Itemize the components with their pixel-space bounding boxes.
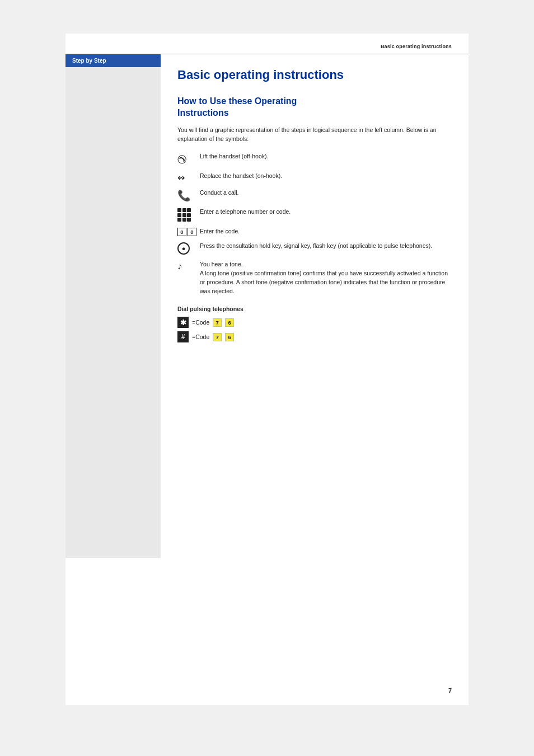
symbol-row-code: 0 0 Enter the code.	[177, 227, 452, 236]
tone-desc: You hear a tone. A long tone (positive c…	[200, 260, 452, 295]
dial-hash-eq: =Code	[192, 334, 209, 340]
dial-star-eq: =Code	[192, 319, 209, 326]
right-column: Basic operating instructions How to Use …	[161, 54, 469, 558]
code-box-2: 0	[188, 228, 196, 236]
header-title: Basic operating instructions	[381, 44, 452, 49]
dial-row-hash: # =Code 7 6	[177, 331, 452, 342]
code-desc: Enter the code.	[200, 227, 452, 236]
keypad-icon	[177, 208, 191, 222]
dial-star-n2: 6	[225, 318, 234, 327]
offhook-icon-cell: ✆	[177, 152, 200, 166]
dial-row-star: ✱ =Code 7 6	[177, 317, 452, 328]
call-icon: 📞	[177, 189, 191, 202]
call-icon-cell: 📞	[177, 189, 200, 202]
dial-pulsing-title: Dial pulsing telephones	[177, 306, 452, 312]
dial-hash-n2: 6	[225, 333, 234, 341]
hold-desc: Press the consultation hold key, signal …	[200, 242, 452, 251]
onhook-icon: ↭	[177, 172, 185, 183]
star-icon: ✱	[177, 317, 189, 328]
hash-icon: #	[177, 331, 189, 342]
keypad-desc: Enter a telephone number or code.	[200, 208, 452, 217]
symbol-row-offhook: ✆ Lift the handset (off-hook).	[177, 152, 452, 166]
symbol-row-call: 📞 Conduct a call.	[177, 189, 452, 202]
left-column: Step by Step	[65, 54, 161, 558]
onhook-desc: Replace the handset (on-hook).	[200, 172, 452, 181]
section-title: How to Use these Operating Instructions	[177, 96, 452, 119]
call-desc: Conduct a call.	[200, 189, 452, 198]
offhook-desc: Lift the handset (off-hook).	[200, 152, 452, 161]
dial-hash-n1: 7	[213, 333, 222, 341]
hold-icon-cell: ●	[177, 242, 200, 255]
offhook-icon: ✆	[175, 152, 190, 168]
page: Basic operating instructions Step by Ste…	[65, 34, 469, 705]
page-header: Basic operating instructions	[65, 34, 469, 54]
tone-icon-cell: ♪	[177, 260, 200, 272]
hold-icon: ●	[177, 242, 190, 255]
code-icon: 0 0	[177, 228, 196, 236]
onhook-icon-cell: ↭	[177, 172, 200, 183]
symbol-row-onhook: ↭ Replace the handset (on-hook).	[177, 172, 452, 183]
content-area: Step by Step Basic operating instruction…	[65, 54, 469, 558]
dial-star-n1: 7	[213, 318, 222, 327]
step-by-step-label: Step by Step	[65, 54, 161, 67]
keypad-icon-cell	[177, 208, 200, 222]
symbol-row-keypad: Enter a telephone number or code.	[177, 208, 452, 222]
main-title: Basic operating instructions	[177, 68, 452, 82]
symbol-row-tone: ♪ You hear a tone. A long tone (positive…	[177, 260, 452, 295]
tone-icon: ♪	[177, 261, 182, 272]
code-icon-cell: 0 0	[177, 227, 200, 236]
symbol-row-hold: ● Press the consultation hold key, signa…	[177, 242, 452, 255]
intro-text: You will find a graphic representation o…	[177, 126, 452, 144]
code-box-1: 0	[177, 228, 186, 236]
page-number: 7	[448, 687, 452, 694]
